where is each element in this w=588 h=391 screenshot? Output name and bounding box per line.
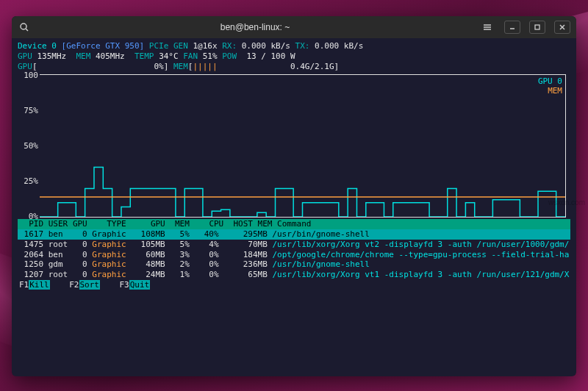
gpu-bar-label: GPU bbox=[18, 62, 32, 71]
pow-label: POW bbox=[222, 51, 237, 61]
y-tick: 25% bbox=[19, 176, 38, 187]
mem-bar-value: 0.4G/2.1G bbox=[290, 62, 334, 71]
f2-action[interactable]: Sort bbox=[79, 280, 101, 290]
temp-label: TEMP bbox=[135, 51, 154, 61]
gpu-clock: 135MHz bbox=[37, 51, 67, 61]
f3-action[interactable]: Quit bbox=[129, 280, 151, 290]
table-row[interactable]: 1475 root 0 Graphic 105MB 5% 4% 70MB /us… bbox=[18, 240, 570, 250]
device-info-line: Device 0 [GeForce GTX 950] PCIe GEN 1@16… bbox=[18, 41, 570, 51]
watermark: wsxdn.com bbox=[548, 198, 585, 207]
titlebar: ben@ben-linux: ~ bbox=[12, 16, 576, 38]
terminal-body[interactable]: Device 0 [GeForce GTX 950] PCIe GEN 1@16… bbox=[12, 38, 576, 376]
gpu-mem-bars: GPU[ 0%] MEM[||||| 0.4G/2.1G] bbox=[18, 62, 570, 72]
svg-rect-6 bbox=[535, 25, 539, 29]
table-row[interactable]: 1617 ben 0 Graphic 108MB 5% 40% 295MB /u… bbox=[18, 229, 570, 240]
hdr-gpu-pct: GPU bbox=[151, 219, 165, 229]
fan-label: FAN bbox=[183, 51, 198, 61]
search-icon[interactable] bbox=[18, 21, 31, 34]
y-tick: 0% bbox=[19, 212, 38, 222]
f1-action[interactable]: Kill bbox=[29, 280, 50, 290]
pow-value: 13 / 100 W bbox=[246, 51, 295, 61]
close-button[interactable] bbox=[554, 21, 570, 34]
footer-fkeys: F1Kill F2Sort F3Quit bbox=[18, 280, 570, 292]
table-header[interactable]: PID USER GPU TYPE GPU MEM CPU HOST MEM C… bbox=[18, 219, 570, 229]
mem-bar-label: MEM bbox=[173, 62, 188, 71]
gpu-clock-label: GPU bbox=[18, 51, 32, 61]
mem-clock: 405MHz bbox=[96, 51, 125, 61]
window-title: ben@ben-linux: ~ bbox=[37, 22, 473, 32]
f1-key: F1 bbox=[19, 280, 29, 290]
svg-line-1 bbox=[26, 29, 28, 31]
hdr-host-mem: HOST MEM bbox=[234, 219, 273, 229]
process-table: PID USER GPU TYPE GPU MEM CPU HOST MEM C… bbox=[18, 219, 570, 280]
y-tick: 100 bbox=[19, 71, 38, 81]
gpu-bar-pct: 0% bbox=[154, 62, 163, 71]
rx-label: RX: bbox=[222, 41, 237, 51]
device-label: Device 0 bbox=[18, 41, 57, 51]
table-row[interactable]: 2064 ben 0 Graphic 60MB 3% 0% 184MB /opt… bbox=[18, 250, 570, 260]
device-model: GeForce GTX 950 bbox=[66, 41, 139, 51]
chart-plot-area bbox=[40, 75, 565, 217]
tx-value: 0.000 kB/s bbox=[315, 41, 363, 51]
y-tick: 50% bbox=[19, 141, 38, 151]
maximize-button[interactable] bbox=[529, 21, 545, 34]
hdr-type: TYPE bbox=[107, 219, 126, 229]
hdr-cpu: CPU bbox=[209, 219, 223, 229]
hamburger-menu-icon[interactable] bbox=[479, 21, 495, 34]
fan-value: 51% bbox=[203, 51, 218, 61]
f2-key: F2 bbox=[69, 280, 79, 290]
usage-chart: 100 75% 50% 25% 0% GPU 0 MEM bbox=[40, 74, 566, 218]
hdr-mem-pct: MEM bbox=[175, 219, 190, 229]
hdr-gpu: GPU bbox=[73, 219, 87, 229]
y-axis-labels: 100 75% 50% 25% 0% bbox=[19, 71, 38, 221]
rx-value: 0.000 kB/s bbox=[242, 41, 290, 51]
y-tick: 75% bbox=[19, 106, 38, 116]
f3-key: F3 bbox=[120, 280, 129, 290]
minimize-button[interactable] bbox=[504, 21, 520, 34]
svg-point-0 bbox=[21, 24, 26, 29]
table-row[interactable]: 1207 root 0 Graphic 24MB 1% 0% 65MB /usr… bbox=[18, 270, 570, 280]
pcie-value: 1@16x bbox=[193, 41, 217, 51]
table-row[interactable]: 1250 gdm 0 Graphic 48MB 2% 0% 236MB /usr… bbox=[18, 259, 570, 270]
stats-line: GPU 135MHz MEM 405MHz TEMP 34°C FAN 51% … bbox=[18, 51, 570, 62]
mem-clock-label: MEM bbox=[76, 51, 91, 61]
tx-label: TX: bbox=[295, 41, 310, 51]
hdr-user: USER bbox=[49, 219, 68, 229]
temp-value: 34°C bbox=[159, 51, 179, 61]
terminal-window: ben@ben-linux: ~ Device 0 [GeForce GTX 9… bbox=[12, 16, 576, 376]
pcie-label: PCIe GEN bbox=[149, 41, 188, 51]
hdr-command: Command bbox=[277, 219, 311, 229]
